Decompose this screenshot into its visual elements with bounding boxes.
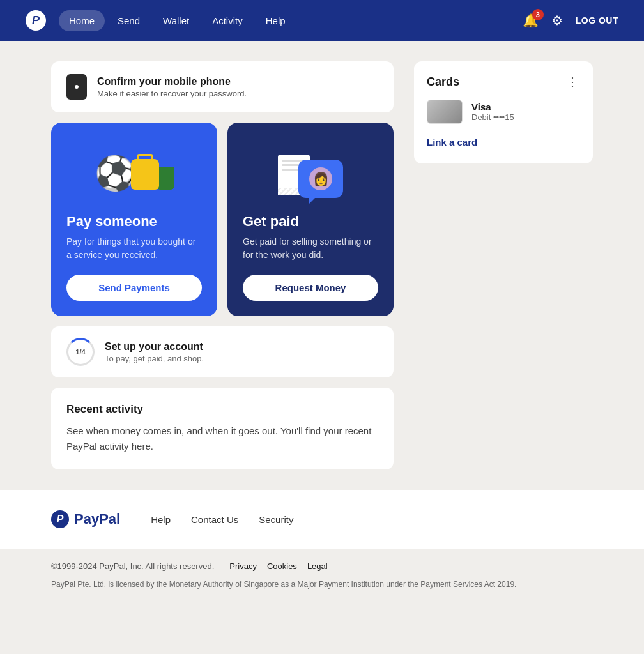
- nav-wallet[interactable]: Wallet: [153, 10, 199, 31]
- nav-activity[interactable]: Activity: [202, 10, 253, 31]
- get-paid-illustration: 👩: [243, 138, 378, 208]
- confirm-text: Confirm your mobile phone Make it easier…: [97, 76, 247, 98]
- nav-send[interactable]: Send: [107, 10, 150, 31]
- visa-info: Visa Debit ••••15: [471, 102, 514, 122]
- get-paid-desc: Get paid for selling something or for th…: [243, 235, 378, 262]
- visa-card-image: [427, 100, 463, 124]
- setup-title: Set up your account: [105, 341, 204, 353]
- footer-legal-link[interactable]: Legal: [307, 561, 328, 571]
- setup-account-card: 1/4 Set up your account To pay, get paid…: [51, 326, 394, 377]
- confirm-subtitle: Make it easier to recover your password.: [97, 89, 247, 98]
- phone-icon: [66, 74, 87, 100]
- footer-bottom: ©1999-2024 PayPal, Inc. All rights reser…: [0, 549, 644, 600]
- left-column: Confirm your mobile phone Make it easier…: [51, 61, 394, 490]
- visa-name: Visa: [471, 102, 514, 112]
- pay-illustration: ⚽: [66, 138, 202, 208]
- setup-text: Set up your account To pay, get paid, an…: [105, 341, 204, 363]
- footer-paypal-icon: P: [51, 510, 69, 528]
- main-content: Confirm your mobile phone Make it easier…: [0, 41, 644, 490]
- footer-security-link[interactable]: Security: [259, 514, 293, 525]
- confirm-title: Confirm your mobile phone: [97, 76, 247, 87]
- notifications-bell[interactable]: 🔔 3: [523, 13, 539, 28]
- visa-number: Debit ••••15: [471, 112, 514, 122]
- logout-button[interactable]: LOG OUT: [576, 15, 618, 26]
- pay-someone-title: Pay someone: [66, 213, 202, 230]
- recent-activity-desc: See when money comes in, and when it goe…: [66, 423, 378, 454]
- header-left: P Home Send Wallet Activity Help: [26, 10, 296, 31]
- cards-menu-button[interactable]: ⋮: [566, 74, 580, 89]
- footer-copyright: ©1999-2024 PayPal, Inc. All rights reser…: [51, 561, 214, 571]
- cards-panel-title: Cards: [427, 75, 459, 89]
- footer-privacy-link[interactable]: Privacy: [229, 561, 257, 571]
- notification-badge: 3: [532, 9, 544, 20]
- footer-links: Help Contact Us Security: [151, 514, 293, 525]
- recent-activity-title: Recent activity: [66, 403, 378, 416]
- settings-icon[interactable]: ⚙: [551, 13, 563, 28]
- footer-contact-link[interactable]: Contact Us: [191, 514, 238, 525]
- footer-legal-links: Privacy Cookies Legal: [229, 561, 327, 571]
- link-card-button[interactable]: Link a card: [427, 137, 477, 148]
- nav-home[interactable]: Home: [59, 10, 105, 31]
- paypal-logo: P: [26, 10, 46, 31]
- footer-logo: P PayPal: [51, 510, 120, 528]
- recent-activity-card: Recent activity See when money comes in,…: [51, 388, 394, 469]
- action-cards-row: ⚽ Pay someone Pay for things that you bo…: [51, 123, 394, 316]
- footer-paypal-text: PayPal: [74, 511, 120, 528]
- setup-subtitle: To pay, get paid, and shop.: [105, 354, 204, 363]
- header: P Home Send Wallet Activity Help 🔔 3 ⚙ L…: [0, 0, 644, 41]
- footer-cookies-link[interactable]: Cookies: [267, 561, 297, 571]
- right-column: Cards ⋮ Visa Debit ••••15 Link a card: [414, 61, 593, 490]
- nav-help[interactable]: Help: [256, 10, 296, 31]
- pay-someone-desc: Pay for things that you bought or a serv…: [66, 235, 202, 262]
- request-money-button[interactable]: Request Money: [243, 275, 378, 301]
- footer-legal-row: ©1999-2024 PayPal, Inc. All rights reser…: [51, 561, 593, 571]
- footer: P PayPal Help Contact Us Security ©1999-…: [0, 490, 644, 600]
- setup-progress-circle: 1/4: [66, 338, 95, 366]
- pay-someone-card: ⚽ Pay someone Pay for things that you bo…: [51, 123, 217, 316]
- paypal-icon: P: [26, 10, 46, 31]
- send-payments-button[interactable]: Send Payments: [66, 275, 202, 301]
- footer-mpa-text: PayPal Pte. Ltd. is licensed by the Mone…: [51, 579, 593, 590]
- footer-main: P PayPal Help Contact Us Security: [0, 490, 644, 549]
- main-nav: Home Send Wallet Activity Help: [59, 10, 296, 31]
- visa-card-row: Visa Debit ••••15: [427, 100, 580, 124]
- get-paid-card: 👩 Get paid Get paid for selling somethin…: [227, 123, 394, 316]
- get-paid-title: Get paid: [243, 213, 378, 230]
- confirm-mobile-banner: Confirm your mobile phone Make it easier…: [51, 61, 394, 112]
- footer-help-link[interactable]: Help: [151, 514, 171, 525]
- cards-panel: Cards ⋮ Visa Debit ••••15 Link a card: [414, 61, 593, 164]
- header-right: 🔔 3 ⚙ LOG OUT: [523, 13, 618, 28]
- cards-panel-header: Cards ⋮: [427, 74, 580, 89]
